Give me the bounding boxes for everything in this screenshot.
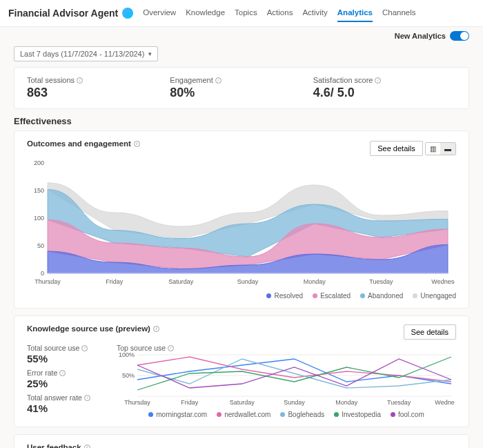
title-text: Financial Advisor Agent	[8, 8, 118, 19]
legend-escalated: Escalated	[320, 292, 351, 300]
info-icon[interactable]	[81, 345, 88, 351]
svg-text:Tuesday: Tuesday	[387, 399, 411, 406]
answer-rate-value: 41%	[27, 402, 103, 414]
kpi-sessions-value: 863	[27, 86, 170, 100]
legend-fool: fool.com	[398, 411, 424, 418]
info-icon[interactable]	[84, 395, 90, 401]
chevron-down-icon: ▾	[148, 50, 152, 57]
kpi-satisfaction-value: 4.6/ 5.0	[313, 86, 456, 100]
svg-text:Friday: Friday	[106, 278, 124, 285]
kpi-engagement: Engagement 80%	[170, 76, 313, 100]
kpi-engagement-label: Engagement	[170, 76, 213, 84]
analytics-toggle[interactable]	[450, 31, 469, 41]
kpi-satisfaction-label: Satisfaction score	[313, 76, 373, 84]
svg-text:Tuesday: Tuesday	[369, 278, 393, 285]
feedback-title: User feedback	[27, 443, 81, 448]
legend-morningstar: morningstar.com	[156, 411, 207, 418]
nav-tabs: Overview Knowledge Topics Actions Activi…	[143, 4, 415, 22]
kpi-satisfaction: Satisfaction score 4.6/ 5.0	[313, 76, 456, 100]
info-icon[interactable]	[153, 326, 159, 332]
outcomes-legend: Resolved Escalated Abandoned Unengaged	[27, 292, 456, 300]
effectiveness-heading: Effectiveness	[14, 116, 469, 126]
kpi-sessions-label: Total sessions	[27, 76, 75, 84]
info-icon[interactable]	[134, 141, 140, 147]
tab-analytics[interactable]: Analytics	[337, 4, 373, 22]
svg-text:Sunday: Sunday	[237, 278, 259, 285]
answer-rate-label: Total answer rate	[27, 393, 82, 402]
info-icon[interactable]	[375, 77, 381, 84]
tab-overview[interactable]: Overview	[143, 4, 176, 22]
svg-text:100%: 100%	[119, 352, 135, 358]
legend-nerdwallet: nerdwallet.com	[224, 411, 270, 418]
bot-icon	[122, 8, 133, 19]
view-toggle[interactable]: ▥ ▬	[425, 142, 456, 155]
tab-channels[interactable]: Channels	[382, 4, 416, 22]
info-icon[interactable]	[215, 77, 221, 84]
see-details-button[interactable]: See details	[404, 324, 456, 340]
svg-text:200: 200	[34, 159, 44, 166]
kpi-sessions: Total sessions 863	[27, 76, 170, 100]
knowledge-card: Knowledge source use (preview) See detai…	[14, 315, 469, 427]
svg-text:Sunday: Sunday	[284, 399, 305, 406]
svg-text:Monday: Monday	[304, 278, 326, 285]
svg-text:Thursday: Thursday	[124, 399, 150, 406]
outcomes-title: Outcomes and engagement	[27, 139, 131, 148]
total-source-value: 55%	[27, 353, 103, 364]
error-rate-label: Error rate	[27, 369, 57, 377]
content: Last 7 days (11/7/2024 - 11/13/2024) ▾ T…	[0, 42, 483, 448]
svg-text:50: 50	[37, 242, 44, 249]
page-title: Financial Advisor Agent	[8, 8, 133, 19]
outcomes-chart: 050100150200ThursdayFridaySaturdaySunday…	[27, 156, 455, 287]
kpi-engagement-value: 80%	[170, 86, 313, 100]
see-details-button[interactable]: See details	[370, 141, 422, 156]
info-icon[interactable]	[84, 445, 90, 449]
info-icon[interactable]	[168, 345, 174, 351]
svg-text:Wednesday: Wednesday	[431, 278, 455, 285]
svg-text:Monday: Monday	[335, 399, 358, 406]
error-rate-value: 25%	[27, 378, 103, 389]
topbar: New Analytics	[0, 27, 483, 42]
tab-knowledge[interactable]: Knowledge	[186, 4, 225, 22]
total-source-label: Total source use	[27, 344, 79, 352]
tab-activity[interactable]: Activity	[302, 4, 327, 22]
info-icon[interactable]	[77, 77, 83, 84]
svg-text:Friday: Friday	[181, 399, 199, 406]
feedback-card: User feedback Satisfaction score 4.6/ 5.…	[14, 434, 469, 448]
svg-text:100: 100	[34, 215, 44, 222]
tab-actions[interactable]: Actions	[267, 4, 293, 22]
svg-text:0: 0	[41, 270, 44, 277]
svg-text:Saturday: Saturday	[230, 399, 255, 406]
info-icon[interactable]	[59, 370, 66, 376]
bar-view-icon[interactable]: ▥	[426, 143, 440, 155]
knowledge-legend: morningstar.com nerdwallet.com Boglehead…	[117, 411, 456, 418]
outcomes-card: Outcomes and engagement See details ▥ ▬ …	[14, 130, 469, 309]
svg-text:50%: 50%	[122, 372, 135, 379]
legend-investopedia: Investopedia	[342, 411, 381, 418]
svg-text:Thursday: Thursday	[34, 278, 61, 285]
legend-abandoned: Abandoned	[368, 292, 403, 300]
legend-resolved: Resolved	[274, 292, 303, 300]
app-header: Financial Advisor Agent Overview Knowled…	[0, 0, 483, 27]
knowledge-chart: 100%50%ThursdayFridaySaturdaySundayMonda…	[117, 352, 455, 406]
top-source-label: Top source use	[117, 344, 166, 352]
knowledge-metrics: Total source use 55% Error rate 25% Tota…	[27, 344, 103, 418]
tab-topics[interactable]: Topics	[235, 4, 257, 22]
kpi-card: Total sessions 863 Engagement 80% Satisf…	[14, 67, 469, 109]
daterange-label: Last 7 days (11/7/2024 - 11/13/2024)	[20, 50, 144, 58]
svg-text:150: 150	[34, 187, 44, 194]
daterange-picker[interactable]: Last 7 days (11/7/2024 - 11/13/2024) ▾	[14, 46, 158, 61]
svg-text:Saturday: Saturday	[168, 278, 194, 285]
knowledge-title: Knowledge source use (preview)	[27, 324, 150, 333]
svg-text:Wednesday: Wednesday	[435, 399, 455, 406]
legend-unengaged: Unengaged	[420, 292, 456, 300]
legend-bogleheads: Bogleheads	[288, 411, 324, 418]
area-view-icon[interactable]: ▬	[440, 143, 455, 155]
new-analytics-label: New Analytics	[395, 32, 446, 40]
